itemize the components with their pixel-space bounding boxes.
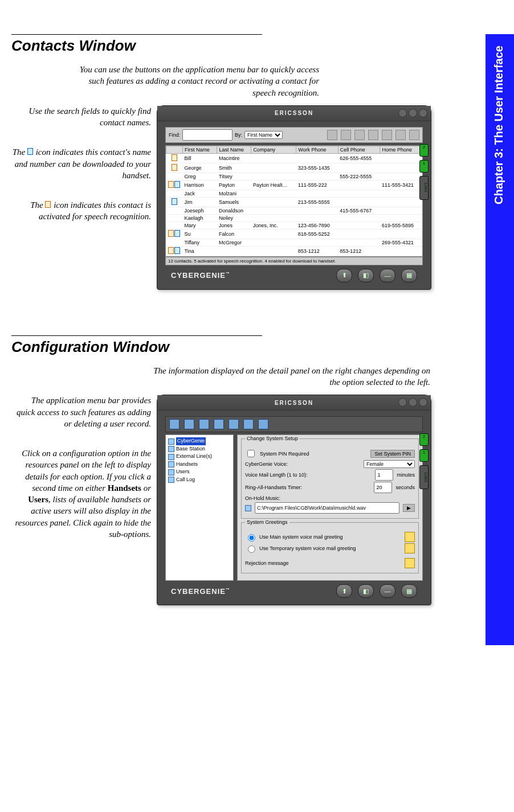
table-row[interactable]: JimSamuels213-555-5555 — [166, 197, 422, 207]
edit-reject-button[interactable] — [405, 558, 415, 568]
play-button[interactable]: ▶ — [403, 504, 415, 512]
table-row[interactable]: MaryJonesJones, Inc.123-456-7890619-555-… — [166, 222, 422, 229]
edit-greeting-button[interactable] — [405, 532, 415, 542]
toolbar-icon[interactable] — [243, 419, 254, 429]
titlebar: ERICSSON — [157, 106, 431, 121]
table-row[interactable]: GregTitsey555-222-5555 — [166, 173, 422, 180]
toolbar-icon[interactable] — [354, 130, 365, 140]
led-1: 1 — [419, 160, 429, 173]
toolbar-icon[interactable] — [341, 130, 351, 140]
voice-label: CyberGenie Voice: — [245, 461, 288, 467]
table-row[interactable]: TiffanyMcGregor269-555-4321 — [166, 239, 422, 246]
reject-label: Rejection message — [245, 560, 289, 566]
col-company[interactable]: Company — [251, 146, 296, 153]
maximize-icon[interactable] — [409, 398, 417, 407]
tree-item-calllog[interactable]: Call Log — [176, 476, 195, 484]
toolbar-icon[interactable] — [169, 419, 180, 429]
by-select[interactable]: First Name — [244, 131, 283, 139]
col-firstname[interactable]: First Name — [183, 146, 217, 153]
chapter-sidebar: Chapter 3: The User Interface 53 — [486, 34, 514, 645]
toolbar-icon[interactable] — [214, 419, 224, 429]
col-workphone[interactable]: Work Phone — [296, 146, 338, 153]
toolbar-icon[interactable] — [395, 130, 406, 140]
led-2: 2 — [419, 144, 429, 157]
table-row[interactable]: JackMolzani — [166, 190, 422, 197]
by-label: By: — [235, 132, 242, 138]
hold-label: On-Hold Music: — [245, 495, 415, 501]
tree-item-users[interactable]: Users — [176, 468, 190, 476]
col-lastname[interactable]: Last Name — [217, 146, 251, 153]
footer-logo: CYBERGENIE™ — [171, 587, 230, 596]
toolbar-icon[interactable] — [382, 130, 392, 140]
minimize-icon[interactable] — [398, 398, 407, 407]
footer-button[interactable]: ⬆ — [336, 269, 352, 282]
tree-icon — [168, 446, 174, 452]
pin-label: System PIN Required — [260, 451, 309, 457]
close-icon[interactable] — [419, 398, 427, 407]
vml-input[interactable] — [375, 469, 393, 481]
callout-speech-icon: The icon indicates this contact is activ… — [11, 199, 151, 223]
footer-button[interactable]: ◧ — [358, 269, 374, 282]
footer-button[interactable]: — — [380, 584, 395, 598]
toolbar-icon[interactable] — [229, 419, 239, 429]
table-row[interactable]: GeorgeSmith323-555-1435 — [166, 163, 422, 173]
close-icon[interactable] — [419, 109, 427, 117]
speech-icon — [168, 230, 174, 237]
section-rule — [11, 34, 262, 35]
tree-item-basestation[interactable]: Base Station — [176, 445, 205, 453]
footer-button[interactable]: ▦ — [401, 584, 417, 598]
set-pin-button[interactable]: Set System PIN — [370, 450, 415, 458]
greeting-radio-temp[interactable] — [248, 546, 255, 553]
table-row[interactable]: KaelaghNeiley — [166, 214, 422, 222]
ring-label: Ring-All-Handsets Timer: — [245, 485, 302, 490]
hold-path-input[interactable] — [255, 502, 399, 514]
brand-label: ERICSSON — [275, 110, 313, 116]
maximize-icon[interactable] — [409, 109, 417, 117]
table-row[interactable]: SuFalcon818-555-5252 — [166, 229, 422, 239]
table-row[interactable]: JoesephDonaldson415-555-6767 — [166, 207, 422, 214]
callout-detail-panel: The information displayed on the detail … — [151, 365, 430, 388]
footer-button[interactable]: ▦ — [401, 269, 417, 282]
detail-panel: Change System Setup System PIN Required … — [237, 434, 423, 581]
minimize-icon[interactable] — [398, 109, 407, 117]
footer-button[interactable]: ⬆ — [336, 584, 352, 598]
table-row[interactable]: Tina853-1212853-1212 — [166, 246, 422, 256]
handset-icon — [174, 230, 180, 237]
toolbar-icon[interactable] — [368, 130, 378, 140]
tree-icon — [168, 477, 174, 483]
toolbar-icon[interactable] — [199, 419, 209, 429]
col-cellphone[interactable]: Cell Phone — [338, 146, 380, 153]
callout-handset-icon: The icon indicates this contact's name a… — [11, 146, 151, 181]
led-1: 1 — [419, 449, 429, 462]
tree-item-cybergenie[interactable]: CyberGenie — [176, 437, 206, 445]
callout-search: Use the search fields to quickly find co… — [11, 105, 151, 129]
section-title-contacts: Contacts Window — [11, 37, 444, 55]
handset-icon — [27, 148, 33, 155]
ring-input[interactable] — [374, 482, 392, 493]
footer-button[interactable]: ◧ — [358, 584, 374, 598]
find-input[interactable] — [182, 129, 232, 141]
section-title-config: Configuration Window — [11, 338, 444, 356]
footer-button[interactable]: — — [380, 269, 395, 282]
toolbar-icon[interactable] — [409, 130, 419, 140]
edit-greeting-button[interactable] — [405, 543, 415, 553]
table-row[interactable]: BillMacintire626-555-4555 — [166, 153, 422, 163]
radio-temp-label: Use Temporary system voice mail greeting — [259, 546, 356, 551]
resources-tree[interactable]: CyberGenie Base Station External Line(s)… — [165, 434, 234, 581]
toolbar-icon[interactable] — [258, 419, 268, 429]
tree-item-handsets[interactable]: Handsets — [176, 461, 198, 469]
toolbar-icon[interactable] — [327, 130, 337, 140]
led-2: 2 — [419, 433, 429, 446]
greeting-radio-main[interactable] — [248, 534, 255, 542]
voice-select[interactable]: Female — [364, 460, 415, 468]
tree-item-external[interactable]: External Line(s) — [176, 453, 212, 461]
pin-checkbox[interactable] — [247, 450, 255, 457]
config-window: ERICSSON 2 1 Lines — [157, 395, 431, 605]
toolbar-icon[interactable] — [184, 419, 194, 429]
titlebar: ERICSSON — [157, 395, 431, 411]
col-homephone[interactable]: Home Phone — [380, 146, 422, 153]
led-label: Lines — [419, 465, 429, 489]
contacts-grid[interactable]: First Name Last Name Company Work Phone … — [165, 145, 423, 257]
table-row[interactable]: HarrisonPaytonPayton Healt…111-555-22211… — [166, 180, 422, 190]
folder-icon[interactable] — [245, 505, 251, 511]
